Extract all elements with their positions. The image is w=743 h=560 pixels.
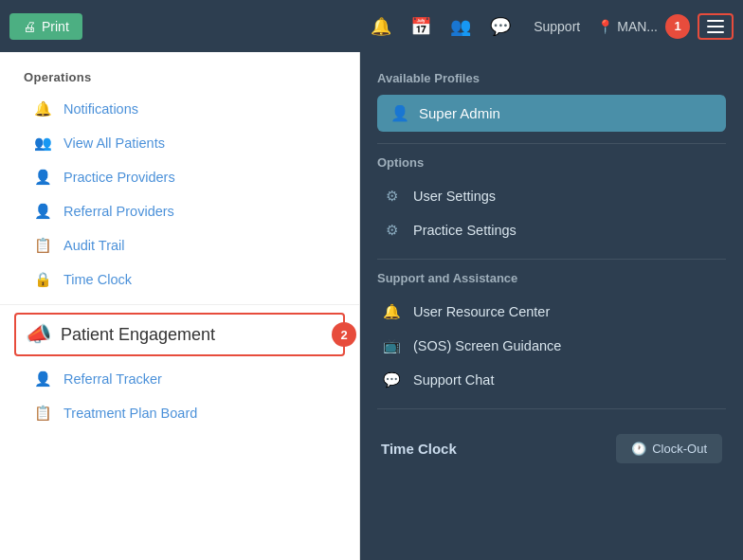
sidebar-item-practice-providers[interactable]: 👤 Practice Providers [0, 160, 359, 194]
rp-item-practice-settings[interactable]: ⚙ Practice Settings [377, 213, 726, 247]
screen-guidance-icon: 📺 [381, 337, 402, 354]
bell-icon: 🔔 [33, 100, 52, 117]
user-settings-icon: ⚙ [381, 188, 402, 205]
practice-settings-icon: ⚙ [381, 222, 402, 239]
sidebar-item-label: Referral Providers [63, 204, 174, 219]
clock-out-icon: 🕐 [631, 442, 646, 456]
tracker-icon: 👤 [33, 370, 52, 388]
sidebar-item-view-all-patients[interactable]: 👥 View All Patients [0, 126, 359, 160]
location-pin-icon: 📍 [597, 19, 613, 34]
sidebar-item-time-clock[interactable]: 🔒 Time Clock [0, 262, 359, 297]
left-panel: Operations 🔔 Notifications 👥 View All Pa… [0, 52, 360, 560]
hamburger-line-3 [707, 31, 724, 33]
sidebar-item-label: Notifications [63, 101, 138, 117]
sidebar-item-label: Practice Providers [63, 170, 175, 185]
resource-center-icon: 🔔 [381, 303, 402, 320]
sidebar-item-treatment-plan-board[interactable]: 📋 Treatment Plan Board [0, 396, 359, 430]
sidebar-item-label: Referral Tracker [63, 371, 162, 387]
print-label: Print [42, 19, 69, 34]
sidebar-item-audit-trail[interactable]: 📋 Audit Trail [0, 228, 359, 262]
time-clock-label: Time Clock [381, 441, 457, 457]
printer-icon: 🖨 [23, 19, 36, 34]
time-clock-bar: Time Clock 🕐 Clock-Out [377, 421, 726, 467]
rp-item-sos-screen-guidance[interactable]: 📺 (SOS) Screen Guidance [377, 329, 726, 363]
sidebar-item-label: Time Clock [63, 272, 132, 287]
location-label: MAN... [617, 19, 658, 34]
rp-item-label: Practice Settings [413, 223, 516, 238]
rp-item-label: User Resource Center [413, 304, 550, 319]
referral-icon: 👤 [33, 203, 52, 220]
support-label: Support [534, 19, 580, 34]
lock-icon: 🔒 [33, 271, 52, 288]
rp-item-user-resource-center[interactable]: 🔔 User Resource Center [377, 295, 726, 329]
megaphone-icon: 📣 [26, 322, 51, 347]
support-nav-button[interactable]: Support [524, 13, 589, 40]
operations-section-title: Operations [0, 66, 359, 92]
audit-icon: 📋 [33, 237, 52, 254]
print-button[interactable]: 🖨 Print [9, 13, 82, 40]
rp-item-support-chat[interactable]: 💬 Support Chat [377, 363, 726, 397]
navbar: 🖨 Print 🔔 📅 👥 💬 Support 📍 MAN... 1 [0, 0, 743, 52]
board-icon: 📋 [33, 405, 52, 422]
support-title: Support and Assistance [377, 271, 726, 285]
people-icon: 👥 [450, 16, 471, 37]
support-chat-icon: 💬 [381, 371, 402, 388]
clock-out-label: Clock-Out [652, 442, 707, 456]
sidebar-item-referral-tracker[interactable]: 👤 Referral Tracker [0, 362, 359, 396]
rp-divider-3 [377, 408, 726, 409]
rp-divider-2 [377, 259, 726, 260]
super-admin-label: Super Admin [419, 105, 500, 121]
provider-icon: 👤 [33, 169, 52, 186]
right-panel: Available Profiles 👤 Super Admin Options… [360, 52, 743, 560]
available-profiles-title: Available Profiles [377, 71, 726, 85]
clock-out-button[interactable]: 🕐 Clock-Out [616, 434, 722, 463]
chat-nav-button[interactable]: 💬 [484, 10, 516, 43]
main-container: Operations 🔔 Notifications 👥 View All Pa… [0, 52, 743, 560]
hamburger-menu-button[interactable] [698, 13, 734, 40]
section-divider [0, 304, 359, 305]
sidebar-item-patient-engagement[interactable]: 📣 Patient Engagement 2 [14, 313, 345, 356]
sidebar-item-notifications[interactable]: 🔔 Notifications [0, 92, 359, 126]
rp-item-user-settings[interactable]: ⚙ User Settings [377, 179, 726, 213]
sidebar-item-label: View All Patients [63, 135, 165, 151]
badge-2: 2 [332, 322, 356, 347]
bell-icon: 🔔 [371, 16, 391, 37]
notifications-nav-button[interactable]: 🔔 [365, 10, 397, 43]
rp-item-label: Support Chat [413, 372, 494, 388]
sidebar-item-label: Audit Trail [63, 238, 124, 253]
calendar-icon: 📅 [410, 16, 431, 37]
options-title: Options [377, 155, 726, 170]
calendar-nav-button[interactable]: 📅 [405, 10, 437, 43]
rp-item-label: User Settings [413, 189, 496, 204]
patient-engagement-wrapper: 📣 Patient Engagement 2 [0, 313, 359, 356]
rp-divider-1 [377, 143, 726, 144]
hamburger-line-1 [707, 20, 724, 22]
patients-nav-button[interactable]: 👥 [444, 10, 477, 43]
patients-icon: 👥 [33, 135, 52, 152]
super-admin-profile-button[interactable]: 👤 Super Admin [377, 95, 726, 132]
chat-icon: 💬 [490, 16, 511, 37]
sidebar-item-label: Treatment Plan Board [63, 406, 197, 421]
rp-item-label: (SOS) Screen Guidance [413, 338, 561, 353]
profile-icon: 👤 [390, 104, 409, 122]
location-display: 📍 MAN... [597, 19, 658, 34]
badge-1[interactable]: 1 [665, 14, 690, 39]
sidebar-item-referral-providers[interactable]: 👤 Referral Providers [0, 194, 359, 228]
hamburger-line-2 [707, 26, 724, 27]
patient-engagement-label: Patient Engagement [61, 325, 215, 345]
